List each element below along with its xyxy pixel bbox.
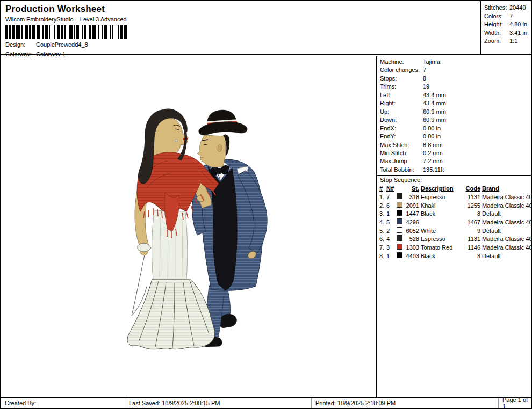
page-number-cell: Page 1 of 1 [498,398,531,408]
thread-code: 1131 [464,193,482,202]
thread-brand: Madeira Classic 40 [482,193,532,202]
machine-info-value: 8.8 mm [423,141,443,149]
machine-info-value: 8 [423,75,426,83]
design-name-row: Design: CouplePrewedd4_8 [5,41,127,48]
machine-info-row: Total Bobbin: 135.11ft [380,166,531,174]
needle-num: 7 [386,193,397,202]
stat-value: 1:1 [509,37,517,46]
design-stats-box: Stitches: 20440 Colors: 7 Height: 4.80 i… [480,1,531,55]
thread-code: 1146 [464,244,482,252]
machine-info-label: Trims: [380,83,423,91]
stop-sequence-row: 5. 2 6052 White 9 Default [379,227,531,236]
stop-sequence-row: 1. 7 318 Espresso 1131 Madeira Classic 4… [379,193,531,202]
stitch-count: 1447 [405,210,421,218]
thread-color-swatch [397,210,402,216]
stop-sequence-row: 4. 5 4296 1467 Madeira Classic 40 [379,218,531,227]
worksheet-footer: Created By: Last Saved: 10/9/2025 2:08:1… [1,397,531,408]
machine-info-value: 0.00 in [423,133,441,141]
thread-brand: Madeira Classic 40 [482,202,532,210]
stop-sequence-row: 6. 4 528 Espresso 1131 Madeira Classic 4… [379,235,531,244]
stitch-count: 6052 [405,227,421,236]
machine-info-row: EndY: 0.00 in [380,133,531,141]
machine-info-value: 19 [423,83,429,91]
machine-info-value: 135.11ft [423,166,444,174]
col-header-st: St. [405,185,421,193]
thread-brand: Madeira Classic 40 [482,235,532,244]
thread-brand: Default [482,227,531,236]
created-by-cell: Created By: [1,398,125,408]
stop-sequence-title: Stop Sequence: [377,175,531,184]
stat-row: Stitches: 20440 [484,4,531,12]
stop-num: 2. [379,202,386,210]
needle-num: 4 [386,235,397,244]
machine-info-value: 7 [423,66,426,74]
machine-info-row: Color changes: 7 [380,66,531,74]
stitch-count: 318 [405,193,421,202]
machine-info-value: 7.2 mm [423,157,443,165]
design-label: Design: [5,41,36,48]
barcode [5,25,127,39]
machine-info-value: 60.9 mm [423,108,446,116]
machine-info-label: EndX: [380,125,423,133]
needle-num: 1 [386,210,397,218]
thread-description: White [421,227,464,236]
stat-row: Zoom: 1:1 [484,37,531,46]
thread-brand: Default [482,252,531,261]
groom-fedora-hat [197,108,247,136]
production-worksheet-page: Production Worksheet Wilcom EmbroiderySt… [0,0,532,409]
thread-description: Espresso [421,235,464,244]
header-left-block: Production Worksheet Wilcom EmbroiderySt… [5,4,127,58]
machine-info-row: Stops: 8 [380,75,531,83]
bow-tie-knot [217,168,221,174]
col-header-brand: Brand [482,185,531,193]
thread-description: Black [421,252,464,261]
thread-description: Black [421,210,464,218]
machine-info-row: Trims: 19 [380,83,531,91]
software-subtitle: Wilcom EmbroideryStudio – Level 3 Advanc… [5,16,127,23]
thread-color-swatch [397,252,402,258]
machine-info-label: Total Bobbin: [380,166,423,174]
stop-sequence-table: # N# St. Description Code Brand 1. 7 318… [377,185,531,260]
thread-code: 9 [464,227,482,236]
stitch-count: 4296 [405,218,421,227]
stitch-count: 1303 [405,244,421,252]
machine-info-panel: Machine: Tajima Color changes: 7 Stops: … [376,56,531,398]
stop-sequence-row: 7. 3 1303 Tomato Red 1146 Madeira Classi… [379,244,531,252]
thread-code: 8 [464,210,482,218]
thread-description: Khaki [421,202,464,210]
stop-num: 3. [379,210,386,218]
stat-label: Zoom: [484,37,509,46]
thread-color-swatch [397,235,402,241]
stop-num: 8. [379,252,386,261]
col-header-code: Code [464,185,482,193]
thread-color-swatch [397,202,402,208]
machine-info-label: Right: [380,99,423,107]
col-header-description: Description [421,185,464,193]
stop-sequence-row: 3. 1 1447 Black 8 Default [379,210,531,218]
col-header-num: # [379,185,386,193]
thread-brand: Madeira Classic 40 [482,244,532,252]
machine-info-row: Up: 60.9 mm [380,108,531,116]
last-saved-cell: Last Saved: 10/9/2025 2:08:15 PM [125,398,311,408]
stat-row: Width: 3.41 in [484,29,531,38]
worksheet-header: Production Worksheet Wilcom EmbroiderySt… [1,1,531,55]
machine-info-value: Tajima [423,58,440,66]
stop-num: 5. [379,227,386,236]
embroidery-design-couple [120,106,277,352]
stat-label: Colors: [484,12,509,21]
stitch-count: 2091 [405,202,421,210]
machine-info-value: 60.9 mm [423,116,446,124]
thread-description: Espresso [421,193,464,202]
machine-info-row: Down: 60.9 mm [380,116,531,124]
machine-info-label: EndY: [380,133,423,141]
machine-info-row: Machine: Tajima [380,58,531,66]
needle-num: 3 [386,244,397,252]
stat-label: Height: [484,20,509,29]
design-preview-area [1,56,376,398]
stop-sequence-row: 8. 1 4403 Black 8 Default [379,252,531,261]
thread-brand: Madeira Classic 40 [482,218,532,227]
thread-code: 1467 [464,218,482,227]
machine-info-label: Up: [380,108,423,116]
thread-code: 1255 [464,202,482,210]
stat-value: 3.41 in [509,29,527,38]
